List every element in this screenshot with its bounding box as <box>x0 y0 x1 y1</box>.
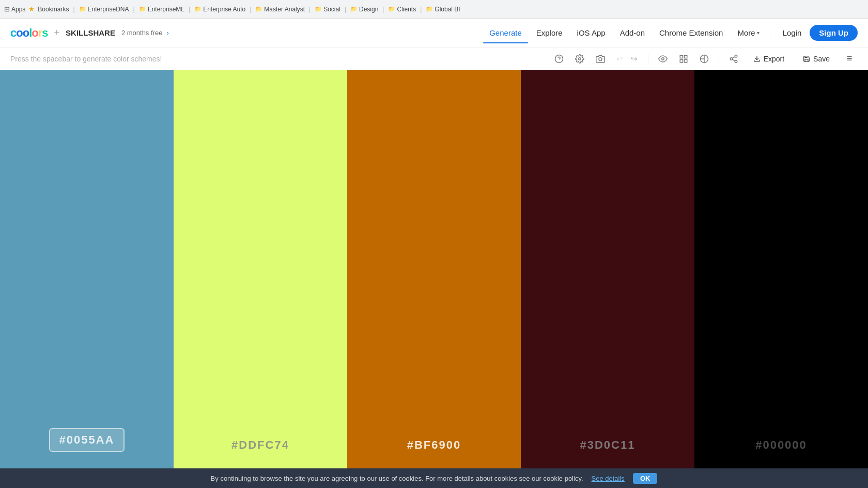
svg-line-13 <box>732 59 735 61</box>
camera-icon[interactable] <box>592 51 609 67</box>
svg-rect-7 <box>680 59 683 62</box>
svg-point-2 <box>578 57 581 60</box>
svg-point-4 <box>661 57 664 60</box>
main-nav: Generate Explore iOS App Add-on Chrome E… <box>483 25 765 40</box>
signup-button[interactable]: Sign Up <box>810 25 858 41</box>
svg-point-10 <box>735 55 737 57</box>
nav-chrome-extension[interactable]: Chrome Extension <box>653 25 729 40</box>
undo-button[interactable]: ↩ <box>613 52 627 66</box>
export-button[interactable]: Export <box>746 52 792 66</box>
contrast-icon[interactable] <box>696 51 712 67</box>
help-icon[interactable] <box>551 51 567 67</box>
settings-icon[interactable] <box>571 51 588 67</box>
grid-icon[interactable] <box>675 51 692 67</box>
undo-redo-group: ↩ ↪ <box>613 52 642 66</box>
svg-point-11 <box>730 57 733 60</box>
color-swatch-4[interactable]: #3D0C11 <box>521 70 694 468</box>
nav-more[interactable]: More ▾ <box>731 25 765 40</box>
bookmarks-label[interactable]: Bookmarks <box>38 6 69 13</box>
toolbar: Press the spacebar to generate color sch… <box>0 48 868 70</box>
apps-icon[interactable]: ⊞ Apps <box>4 5 25 13</box>
brand-plus: + <box>54 27 60 38</box>
spacebar-hint: Press the spacebar to generate color sch… <box>10 55 545 63</box>
save-button[interactable]: Save <box>796 52 837 66</box>
nav-generate[interactable]: Generate <box>483 25 528 40</box>
svg-point-12 <box>735 60 737 63</box>
hamburger-menu[interactable]: ≡ <box>841 51 858 67</box>
nav-ios-app[interactable]: iOS App <box>571 25 612 40</box>
color-swatch-5[interactable]: #000000 <box>694 70 868 468</box>
brand-area: coolors + SKILLSHARE 2 months free › <box>10 26 169 40</box>
bookmark-global-bi[interactable]: 📁Global BI <box>426 6 460 13</box>
bookmark-enterprisedna[interactable]: 📁EnterpriseDNA <box>79 6 129 13</box>
svg-line-14 <box>732 56 735 58</box>
color-hex-2[interactable]: #DDFC74 <box>231 438 289 452</box>
color-hex-5[interactable]: #000000 <box>755 438 807 452</box>
color-hex-3[interactable]: #BF6900 <box>407 438 461 452</box>
svg-point-3 <box>599 57 602 60</box>
bookmark-master-analyst[interactable]: 📁Master Analyst <box>255 6 305 13</box>
browser-bar: ⊞ Apps ★ Bookmarks | 📁EnterpriseDNA | 📁E… <box>0 0 868 19</box>
promo-arrow[interactable]: › <box>166 29 168 37</box>
bookmark-enterpriseml[interactable]: 📁EnterpriseML <box>139 6 184 13</box>
nav-addon[interactable]: Add-on <box>614 25 651 40</box>
color-hex-4[interactable]: #3D0C11 <box>580 438 636 452</box>
color-swatch-2[interactable]: #DDFC74 <box>174 70 347 468</box>
svg-rect-8 <box>684 59 687 62</box>
star-icon: ★ <box>28 5 35 13</box>
color-hex-1[interactable]: #0055AA <box>49 428 125 452</box>
svg-rect-6 <box>684 55 687 58</box>
toolbar-icons: ↩ ↪ Export Save ≡ <box>551 51 858 67</box>
svg-rect-5 <box>680 55 683 58</box>
cookie-see-details[interactable]: See details <box>592 475 625 482</box>
navbar: coolors + SKILLSHARE 2 months free › Gen… <box>0 19 868 48</box>
color-swatch-1[interactable]: #0055AA <box>0 70 174 468</box>
cookie-ok-button[interactable]: OK <box>633 473 658 484</box>
skillshare-logo[interactable]: SKILLSHARE <box>66 28 115 37</box>
redo-button[interactable]: ↪ <box>627 52 642 66</box>
bookmark-enterprise-auto[interactable]: 📁Enterprise Auto <box>194 6 245 13</box>
toolbar-divider-1 <box>648 54 648 64</box>
login-button[interactable]: Login <box>774 25 810 40</box>
promo-text[interactable]: 2 months free <box>121 29 163 37</box>
cookie-banner: By continuing to browse the site you are… <box>0 468 868 488</box>
bookmark-social[interactable]: 📁Social <box>315 6 340 13</box>
color-palette: #0055AA #DDFC74 #BF6900 #3D0C11 #000000 <box>0 70 868 468</box>
coolors-logo[interactable]: coolors <box>10 26 48 40</box>
bookmark-clients[interactable]: 📁Clients <box>388 6 416 13</box>
color-swatch-3[interactable]: #BF6900 <box>347 70 521 468</box>
eye-icon[interactable] <box>655 51 671 67</box>
more-chevron-icon: ▾ <box>757 30 760 36</box>
bookmark-design[interactable]: 📁Design <box>350 6 378 13</box>
toolbar-divider-2 <box>719 54 719 64</box>
nav-explore[interactable]: Explore <box>530 25 569 40</box>
share-icon[interactable] <box>725 51 742 67</box>
nav-separator <box>770 28 770 38</box>
cookie-message: By continuing to browse the site you are… <box>211 475 583 482</box>
